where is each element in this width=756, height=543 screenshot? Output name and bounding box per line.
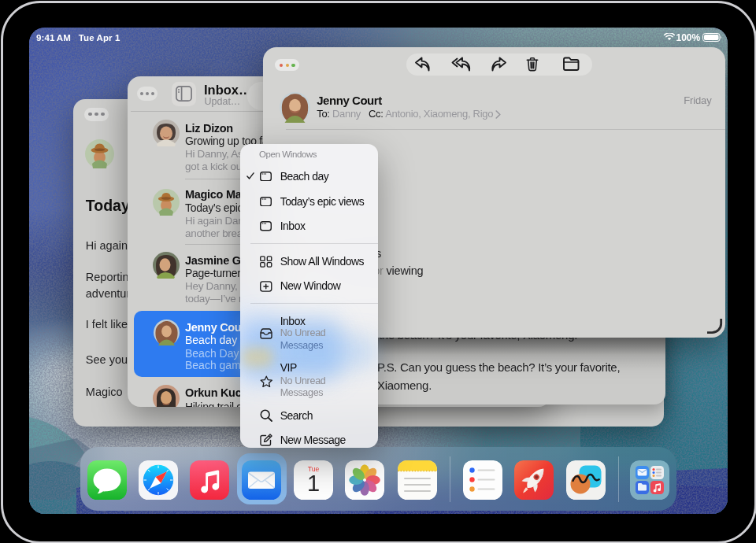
svg-text:1: 1	[306, 471, 319, 496]
